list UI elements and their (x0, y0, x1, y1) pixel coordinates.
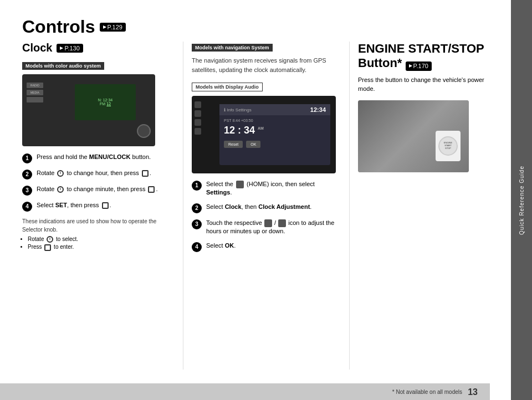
down-icon (278, 219, 286, 227)
da-am-pm: AM (258, 126, 264, 130)
radio-btn-radio: RADIO (27, 83, 43, 88)
da-pst-row: PST 8:44 +03:50 (224, 119, 326, 122)
start-button-icon: ENGINESTARTSTOP (436, 131, 461, 161)
display-audio-badge: Models with Display Audio (192, 83, 263, 91)
da-pst-label: PST 8:44 +03:50 (224, 119, 253, 122)
radio-btn-media: MEDIA (27, 90, 43, 95)
title-text: Controls (22, 17, 95, 37)
da-screen-body: PST 8:44 +03:50 12 : 34 AM Reset OK (219, 115, 330, 151)
da-side-btn-2 (195, 110, 201, 117)
enter-icon-3 (148, 186, 155, 193)
title-ref: P.129 (100, 23, 126, 32)
da-side-buttons (195, 101, 201, 135)
nav-description: The navigation system receives signals f… (192, 56, 341, 74)
step-3-color: 3 Rotate to change minute, then press . (22, 185, 175, 196)
radio-screen-text: N: 12:34 (98, 98, 112, 102)
radio-buttons-left: RADIO MEDIA (27, 83, 43, 102)
engine-title2: Button* (358, 56, 402, 70)
radio-screen: N: 12:34 FM 1̲2̲ (75, 84, 136, 120)
da-screen: ℹ Info Settings 12:34 PST 8:44 +03:50 12… (219, 104, 330, 165)
da-step-text-1: Select the (HOME) icon, then select Sett… (206, 180, 341, 197)
da-step-text-3: Touch the respective / icon to adjust th… (206, 219, 341, 236)
engine-description: Press the button to change the vehicle's… (358, 75, 500, 94)
da-side-btn-4 (195, 128, 201, 135)
page-title: Controls P.129 (22, 17, 500, 37)
column-middle: Models with navigation System The naviga… (183, 42, 349, 370)
da-step-text-4: Select OK. (206, 242, 341, 250)
da-step-4: 4 Select OK. (192, 242, 341, 252)
da-reset-btn: Reset (224, 141, 243, 148)
enter-icon-2 (142, 170, 149, 177)
step-text-1: Press and hold the MENU/CLOCK button. (37, 153, 175, 161)
color-audio-badge: Models with color audio system (22, 62, 104, 70)
clock-label: Clock (22, 42, 52, 54)
nav-badge: Models with navigation System (192, 44, 273, 52)
da-step-3: 3 Touch the respective / icon to adjust … (192, 219, 341, 236)
enter-icon-bullet (44, 244, 51, 251)
enter-icon-4 (102, 202, 109, 209)
note-text: These indications are used to show how t… (22, 217, 175, 234)
column-right: ENGINE START/STOP Button* P.170 Press th… (349, 42, 500, 370)
da-screen-header: ℹ Info Settings 12:34 (219, 104, 330, 115)
up-icon (264, 219, 272, 227)
da-step-number-4: 4 (192, 242, 202, 252)
da-step-number-1: 1 (192, 181, 202, 191)
da-time-display: 12 : 34 AM (224, 125, 326, 136)
footer-note: * Not available on all models (392, 389, 462, 395)
da-buttons-row: Reset OK (224, 141, 326, 148)
step-number-4: 4 (22, 202, 32, 212)
da-side-btn-3 (195, 119, 201, 126)
radio-screen-freq: FM 1̲2̲ (100, 102, 111, 106)
da-step-text-2: Select Clock, then Clock Adjustment. (206, 203, 341, 211)
step-4-color: 4 Select SET, then press . (22, 201, 175, 212)
engine-section-title: ENGINE START/STOP Button* P.170 (358, 42, 500, 71)
start-btn-label: ENGINESTARTSTOP (444, 142, 452, 150)
radio-btn-blank (27, 97, 43, 102)
knob-icon-bullet (47, 236, 53, 243)
bullet-rotate: Rotate to select. (28, 236, 175, 243)
home-icon (236, 181, 244, 188)
right-sidebar: Quick Reference Guide (511, 0, 532, 400)
step-text-4: Select SET, then press . (37, 201, 175, 209)
engine-title-line2: Button* P.170 (358, 56, 432, 70)
da-step-number-3: 3 (192, 219, 202, 229)
da-info-settings: ℹ Info Settings (224, 107, 252, 112)
da-ok-btn: OK (246, 141, 260, 148)
da-screen-time: 12:34 (310, 106, 326, 113)
engine-ref: P.170 (406, 61, 432, 71)
bullet-press: Press to enter. (28, 244, 175, 250)
da-step-2: 2 Select Clock, then Clock Adjustment. (192, 203, 341, 213)
step-1-color: 1 Press and hold the MENU/CLOCK button. (22, 153, 175, 163)
display-audio-image: ℹ Info Settings 12:34 PST 8:44 +03:50 12… (192, 96, 336, 173)
engine-title-line1: ENGINE START/STOP (358, 42, 484, 55)
footer-bar: * Not available on all models (0, 383, 490, 400)
page-number: 13 (468, 387, 478, 397)
content-columns: Clock P.130 Models with color audio syst… (22, 42, 500, 370)
step-text-3: Rotate to change minute, then press . (37, 185, 175, 193)
radio-image: RADIO MEDIA N: 12:34 FM 1̲2̲ (22, 74, 155, 146)
column-left: Clock P.130 Models with color audio syst… (22, 42, 183, 370)
step-number-3: 3 (22, 186, 32, 196)
engine-image: ENGINESTARTSTOP (358, 100, 469, 172)
step-text-2: Rotate to change hour, then press . (37, 169, 175, 177)
knob-icon-3 (57, 186, 64, 193)
da-step-1: 1 Select the (HOME) icon, then select Se… (192, 180, 341, 197)
bullet-list: Rotate to select. Press to enter. (22, 236, 175, 251)
main-content: Controls P.129 Clock P.130 Models with c… (0, 0, 511, 400)
knob-icon-2 (57, 170, 64, 177)
section-title-clock: Clock P.130 (22, 42, 175, 54)
step-number-1: 1 (22, 153, 32, 163)
radio-knob (137, 124, 151, 138)
clock-ref: P.130 (57, 44, 83, 53)
da-step-number-2: 2 (192, 203, 202, 213)
step-2-color: 2 Rotate to change hour, then press . (22, 169, 175, 180)
da-side-btn-1 (195, 101, 201, 108)
step-number-2: 2 (22, 170, 32, 180)
sidebar-label: Quick Reference Guide (519, 166, 525, 235)
start-btn-inner: ENGINESTARTSTOP (438, 136, 458, 156)
